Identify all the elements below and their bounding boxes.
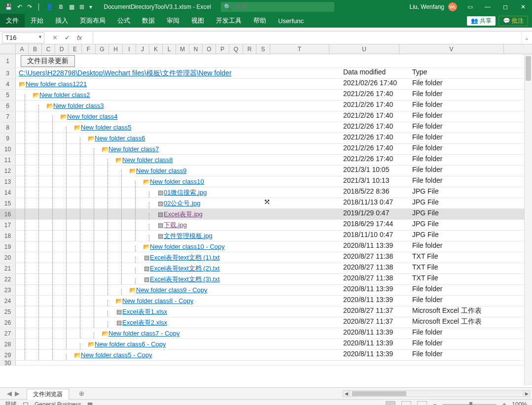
- tab-home[interactable]: 开始: [25, 14, 49, 28]
- row-3[interactable]: 3C:\Users\H228798\Desktop\Wechart files\…: [0, 68, 532, 79]
- row-header[interactable]: 21: [0, 263, 16, 273]
- qat-icon-2[interactable]: 🗎: [58, 3, 64, 10]
- tree-link[interactable]: New folder class9 - Copy: [136, 286, 208, 294]
- row-header[interactable]: 18: [0, 231, 16, 241]
- row-14[interactable]: 14▤ 01微信搜索.jpg2018/5/22 8:36JPG File: [0, 187, 532, 198]
- row-13[interactable]: 13📂 New folder class102021/3/1 10:13File…: [0, 176, 532, 187]
- row-header[interactable]: 10: [0, 144, 16, 154]
- sheet-tab-active[interactable]: 文件浏览器: [27, 389, 69, 400]
- row-5[interactable]: 5📂 New folder class22021/2/26 17:40File …: [0, 90, 532, 101]
- zoom-out-button[interactable]: −: [433, 401, 436, 405]
- tree-link[interactable]: New folder class8: [122, 156, 173, 164]
- search-box[interactable]: 🔍: [221, 2, 334, 12]
- row-9[interactable]: 9📂 New folder class62021/2/26 17:40File …: [0, 133, 532, 144]
- chevron-down-icon[interactable]: ▼: [38, 34, 42, 39]
- tab-userfunc[interactable]: Userfunc: [272, 14, 310, 28]
- col-header-A[interactable]: A: [16, 44, 29, 54]
- macro-icon[interactable]: ▦: [87, 401, 93, 405]
- fx-icon[interactable]: fx: [77, 34, 82, 41]
- row-19[interactable]: 19📂 New folder class10 - Copy2020/8/11 1…: [0, 241, 532, 252]
- tree-link[interactable]: New folder class6: [95, 135, 145, 142]
- zoom-in-button[interactable]: +: [502, 401, 506, 405]
- row-27[interactable]: 27📂 New folder class7 - Copy2020/8/11 13…: [0, 328, 532, 339]
- row-11[interactable]: 11📂 New folder class82021/2/26 17:40File…: [0, 155, 532, 166]
- row-6[interactable]: 6📂 New folder class32021/2/26 17:40File …: [0, 101, 532, 111]
- tab-layout[interactable]: 页面布局: [74, 14, 111, 28]
- row-header[interactable]: 11: [0, 155, 16, 165]
- tree-link[interactable]: Excel表哥2.xlsx: [122, 318, 167, 327]
- sheet-nav-prev-icon[interactable]: ◀: [7, 390, 12, 397]
- col-header-I[interactable]: I: [123, 44, 136, 54]
- hscroll-right-icon[interactable]: ▶: [523, 390, 530, 397]
- tree-link[interactable]: Excel表哥text文档 (1).txt: [150, 253, 220, 262]
- row-20[interactable]: 20▤ Excel表哥text文档 (1).txt2020/8/27 11:38…: [0, 252, 532, 263]
- tree-link[interactable]: New folder class5 - Copy: [81, 351, 152, 359]
- col-header-H[interactable]: H: [109, 44, 123, 54]
- row-12[interactable]: 12📂 New folder class92021/3/1 10:05File …: [0, 166, 532, 176]
- tab-file[interactable]: 文件: [0, 14, 25, 28]
- row-header[interactable]: 22: [0, 274, 16, 284]
- tree-link[interactable]: 01微信搜索.jpg: [164, 188, 207, 197]
- tree-link[interactable]: New folder class1221: [26, 80, 87, 88]
- row-1[interactable]: 1文件目录更新: [0, 54, 532, 68]
- row-header[interactable]: 9: [0, 133, 16, 143]
- col-header-D[interactable]: D: [55, 44, 69, 54]
- row-header[interactable]: 26: [0, 317, 16, 328]
- row-header[interactable]: 24: [0, 296, 16, 306]
- row-header[interactable]: 17: [0, 220, 16, 230]
- row-21[interactable]: 21▤ Excel表哥text文档 (2).txt2020/8/27 11:38…: [0, 263, 532, 274]
- tree-link[interactable]: New folder class7 - Copy: [108, 330, 180, 337]
- row-26[interactable]: 26▤ Excel表哥2.xlsx2020/8/27 11:37Microsof…: [0, 317, 532, 328]
- col-header-U[interactable]: U: [329, 44, 399, 54]
- sheet-nav-next-icon[interactable]: ▶: [15, 390, 20, 397]
- formula-bar[interactable]: [93, 33, 521, 43]
- row-18[interactable]: 18▤ 文件管理模板.jpg2018/11/10 0:47JPG File: [0, 231, 532, 241]
- tree-link[interactable]: 下载.jpg: [164, 221, 187, 230]
- minimize-button[interactable]: —: [479, 0, 497, 14]
- redo-icon[interactable]: ↷: [27, 3, 32, 10]
- row-header[interactable]: 7: [0, 111, 16, 122]
- row-28[interactable]: 28📂 New folder class6 - Copy2020/8/11 13…: [0, 339, 532, 350]
- maximize-button[interactable]: ◻: [497, 0, 514, 14]
- col-header-N[interactable]: N: [189, 44, 203, 54]
- tree-link[interactable]: New folder class7: [108, 145, 159, 153]
- tree-link[interactable]: New folder class2: [39, 91, 90, 99]
- col-header-J[interactable]: J: [136, 44, 149, 54]
- col-header-C[interactable]: C: [42, 44, 55, 54]
- tree-link[interactable]: Excel表哥1.xlsx: [122, 307, 167, 316]
- undo-icon[interactable]: ↶: [17, 3, 22, 10]
- col-header-P[interactable]: P: [216, 44, 229, 54]
- col-header-O[interactable]: O: [203, 44, 216, 54]
- search-input[interactable]: [234, 3, 331, 11]
- view-pagebreak-icon[interactable]: [417, 401, 427, 405]
- row-16[interactable]: 16▤ Excel表哥.jpg2019/1/29 0:47JPG File: [0, 209, 532, 220]
- tree-link[interactable]: New folder class4: [67, 113, 118, 120]
- qat-icon-3[interactable]: ▦: [69, 3, 74, 10]
- row-29[interactable]: 29📂 New folder class5 - Copy2020/8/11 13…: [0, 350, 532, 361]
- row-header[interactable]: 15: [0, 198, 16, 208]
- row-header[interactable]: 29: [0, 350, 16, 360]
- scrollbar-vertical[interactable]: [524, 54, 532, 385]
- tree-link[interactable]: New folder class8 - Copy: [122, 297, 194, 304]
- col-header-F[interactable]: F: [82, 44, 96, 54]
- col-header-E[interactable]: E: [69, 44, 82, 54]
- tree-link[interactable]: New folder class9: [136, 167, 187, 174]
- save-icon[interactable]: 💾: [5, 3, 12, 10]
- row-10[interactable]: 10📂 New folder class72021/2/26 17:40File…: [0, 144, 532, 155]
- row-header[interactable]: 3: [0, 68, 16, 78]
- tree-link[interactable]: 02公众号.jpg: [164, 199, 200, 208]
- ribbon-mode-icon[interactable]: ▭: [461, 0, 479, 14]
- tree-link[interactable]: 文件管理模板.jpg: [164, 232, 213, 240]
- new-sheet-button[interactable]: ⊕: [79, 390, 84, 397]
- row-22[interactable]: 22▤ Excel表哥text文档 (3).txt2020/8/27 11:38…: [0, 274, 532, 285]
- row-17[interactable]: 17▤ 下载.jpg2018/6/29 17:44JPG File: [0, 220, 532, 231]
- tab-help[interactable]: 帮助: [248, 14, 272, 28]
- row-header[interactable]: 30: [0, 361, 16, 365]
- tree-link[interactable]: New folder class3: [53, 102, 104, 109]
- tab-review[interactable]: 审阅: [161, 14, 185, 28]
- row-header[interactable]: 5: [0, 90, 16, 100]
- qat-dropdown-icon[interactable]: ▾: [89, 3, 92, 10]
- col-header-K[interactable]: K: [149, 44, 163, 54]
- col-header-Q[interactable]: Q: [229, 44, 243, 54]
- tab-formula[interactable]: 公式: [111, 14, 136, 28]
